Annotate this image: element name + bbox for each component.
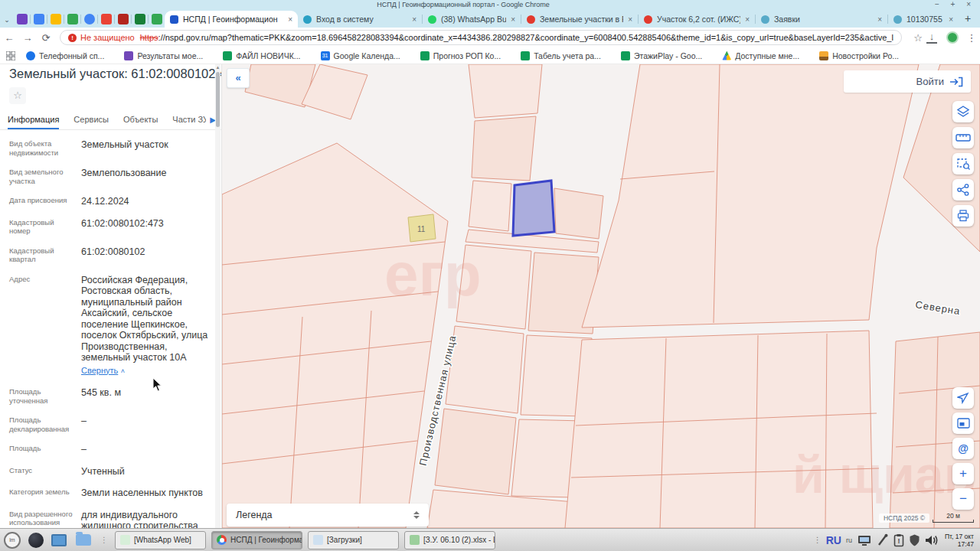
task-button-xlsx[interactable]: [З.У. 06.10 (2).xlsx - Libre... bbox=[404, 531, 495, 549]
parcel[interactable] bbox=[435, 409, 516, 494]
pinned-tab-icon[interactable] bbox=[84, 14, 95, 24]
bookmark-item[interactable]: 31Google Календа... bbox=[321, 51, 400, 60]
parcel-block[interactable] bbox=[222, 143, 448, 528]
print-tool-button[interactable] bbox=[952, 205, 974, 227]
tab-uchastok[interactable]: Участок 6,2 сот. (ИЖС) н × bbox=[639, 11, 755, 28]
tab-servisy[interactable]: Сервисы bbox=[74, 111, 109, 130]
task-button-downloads[interactable]: [Загрузки] bbox=[308, 531, 399, 549]
downloads-icon[interactable]: ↓ bbox=[926, 32, 937, 44]
parcel-block[interactable] bbox=[582, 64, 919, 328]
bookmark-star-icon[interactable]: ☆ bbox=[910, 32, 926, 44]
tab-whatsapp[interactable]: (38) WhatsApp Business × bbox=[423, 11, 521, 28]
display-tray-icon[interactable] bbox=[857, 533, 872, 547]
clock[interactable]: Пт, 17 окт 17:47 bbox=[945, 533, 974, 548]
zoom-in-button[interactable]: + bbox=[952, 463, 974, 484]
task-button-whatsapp[interactable]: [WhatsApp Web] bbox=[115, 531, 206, 549]
pinned-tab-icon[interactable] bbox=[101, 14, 112, 24]
tab-parcels[interactable]: Земельные участки в Рос × bbox=[521, 11, 638, 28]
login-button[interactable]: Войти bbox=[844, 70, 971, 93]
map-canvas[interactable]: егр й щиаь 11 Производственная улица Сев… bbox=[222, 64, 980, 528]
legend-bar[interactable]: Легенда bbox=[227, 504, 429, 527]
pinned-tab-icon[interactable] bbox=[67, 14, 78, 24]
security-label[interactable]: Не защищено bbox=[80, 33, 135, 42]
tab-close-icon[interactable]: × bbox=[511, 15, 515, 24]
keyboard-layout[interactable]: RU bbox=[826, 534, 841, 546]
parcel[interactable] bbox=[469, 64, 542, 118]
profile-avatar[interactable] bbox=[946, 31, 959, 44]
panel-scrollbar[interactable]: ▲ bbox=[215, 64, 220, 528]
pinned-tab-icon[interactable] bbox=[135, 14, 145, 24]
coordinate-search-button[interactable]: @ bbox=[952, 438, 974, 459]
bookmark-item[interactable]: Телефонный сп... bbox=[26, 51, 104, 60]
window-controls-icons[interactable]: − + × bbox=[935, 0, 975, 8]
start-menu-button[interactable]: lm bbox=[4, 532, 21, 549]
tab-chasti-zu[interactable]: Части ЗУ bbox=[172, 111, 208, 130]
panel-collapse-button[interactable]: « bbox=[227, 68, 250, 88]
measure-tool-button[interactable] bbox=[952, 127, 974, 148]
pinned-tab-icon[interactable] bbox=[34, 14, 44, 24]
pinned-tab-icon[interactable] bbox=[118, 14, 129, 24]
tab-login[interactable]: Вход в систему × bbox=[298, 11, 422, 28]
tab-close-icon[interactable]: × bbox=[288, 15, 292, 24]
tab-object[interactable]: 10130755 Объект × bbox=[888, 11, 959, 28]
pinned-tab-icon[interactable] bbox=[51, 14, 61, 24]
bookmark-item[interactable]: Результаты мое... bbox=[124, 51, 203, 60]
cadastral-map[interactable]: егр й щиаь 11 Производственная улица Сев… bbox=[222, 64, 980, 528]
building-number: 11 bbox=[417, 225, 426, 233]
overview-map-button[interactable] bbox=[952, 412, 974, 434]
bookmark-item[interactable]: ФАЙЛ НОВИЧК... bbox=[223, 51, 300, 60]
parcel[interactable] bbox=[469, 181, 511, 231]
print-icon bbox=[957, 210, 969, 222]
legend-expand-icon[interactable] bbox=[413, 511, 420, 519]
scrollbar-thumb[interactable] bbox=[216, 72, 220, 127]
tab-obekty[interactable]: Объекты bbox=[123, 111, 158, 130]
scroll-up-icon[interactable]: ▲ bbox=[215, 64, 220, 70]
selected-parcel[interactable] bbox=[513, 181, 554, 236]
share-tool-button[interactable] bbox=[952, 179, 974, 201]
tab-informatsiya[interactable]: Информация bbox=[8, 111, 59, 130]
bookmark-item[interactable]: Прогноз РОП Ко... bbox=[420, 51, 501, 60]
forward-icon[interactable]: → bbox=[18, 32, 37, 44]
pinned-tab-icon[interactable] bbox=[152, 14, 162, 24]
favorite-star-icon[interactable]: ☆ bbox=[9, 87, 26, 104]
new-tab-button[interactable]: + bbox=[959, 12, 977, 28]
zoom-out-button[interactable]: − bbox=[952, 488, 974, 510]
tab-close-icon[interactable]: × bbox=[628, 15, 632, 24]
bookmark-item[interactable]: Новостройки Ро... bbox=[819, 51, 899, 60]
task-button-nspd[interactable]: НСПД | Геоинформацио... bbox=[211, 531, 302, 549]
collapse-address-link[interactable]: Свернуть bbox=[81, 365, 118, 377]
bookmark-item[interactable]: Табель учета ра... bbox=[521, 51, 601, 60]
back-icon[interactable]: ← bbox=[0, 32, 18, 44]
tool-tray-icon[interactable] bbox=[877, 533, 889, 547]
reload-icon[interactable]: ⟳ bbox=[37, 32, 55, 44]
tab-separator bbox=[114, 15, 115, 24]
area-select-tool-button[interactable] bbox=[952, 153, 974, 174]
tab-nspd-active[interactable]: НСПД | Геоинформацион × bbox=[165, 11, 298, 28]
pinned-tab-icon[interactable] bbox=[17, 14, 28, 24]
apps-grid-icon[interactable] bbox=[6, 51, 15, 60]
shield-tray-icon[interactable] bbox=[909, 533, 920, 547]
layers-tool-button[interactable] bbox=[952, 101, 974, 122]
clipboard-tray-icon[interactable]: ! bbox=[893, 533, 904, 547]
volume-tray-icon[interactable] bbox=[925, 533, 940, 547]
map-scalebar: 20 м bbox=[933, 512, 974, 523]
parcel[interactable] bbox=[472, 116, 536, 181]
date-label: Пт, 17 окт bbox=[945, 533, 974, 540]
parcel[interactable] bbox=[554, 188, 603, 239]
keyboard-layout-small[interactable]: ru bbox=[846, 536, 852, 544]
app-launcher-icon[interactable] bbox=[28, 533, 44, 548]
tray-separator: ⋮ bbox=[814, 536, 822, 544]
locate-tool-button[interactable] bbox=[952, 387, 974, 409]
menu-kebab-icon[interactable]: ⋮ bbox=[963, 32, 980, 44]
show-desktop-icon[interactable] bbox=[51, 534, 67, 546]
tab-search-chevron-icon[interactable]: ⌄ bbox=[0, 16, 14, 28]
tab-zayavki[interactable]: Заявки × bbox=[756, 11, 887, 28]
tab-close-icon[interactable]: × bbox=[877, 15, 882, 24]
url-input[interactable]: ! Не защищено https://nspd.gov.ru/map?th… bbox=[60, 30, 902, 45]
bookmark-item[interactable]: ЭтажиPlay - Goo... bbox=[621, 51, 702, 60]
tab-close-icon[interactable]: × bbox=[745, 15, 750, 24]
tab-close-icon[interactable]: × bbox=[412, 15, 416, 24]
bookmark-item[interactable]: Доступные мне... bbox=[722, 51, 799, 60]
file-manager-icon[interactable] bbox=[76, 534, 91, 546]
tab-close-icon[interactable]: × bbox=[949, 15, 953, 24]
